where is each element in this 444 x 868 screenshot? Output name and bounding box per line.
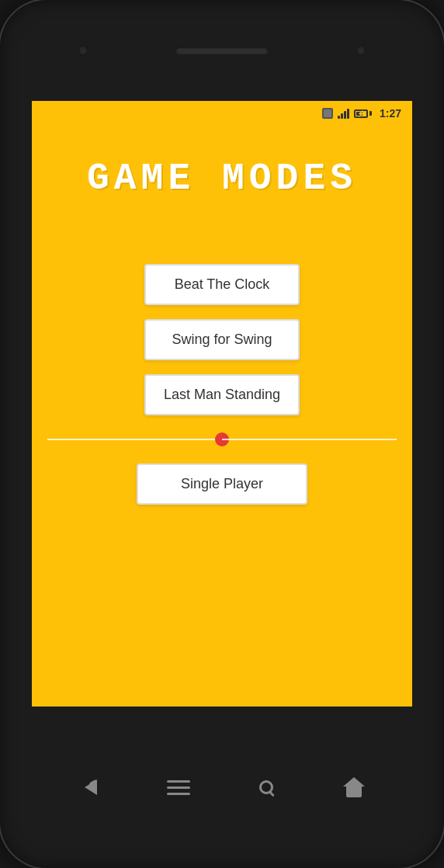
divider [47, 439, 397, 440]
front-camera-right [356, 45, 366, 56]
game-buttons-container: Beat The Clock Swing for Swing Last Man … [47, 264, 397, 415]
divider-line-left [47, 439, 222, 440]
battery-tip [369, 111, 372, 116]
single-player-button[interactable]: Single Player [137, 464, 307, 505]
menu-line-2 [167, 786, 190, 789]
search-handle [269, 791, 275, 797]
house-body [346, 786, 362, 797]
house-roof [343, 777, 365, 786]
menu-line-1 [167, 780, 190, 783]
game-modes-title: GAME MODES [87, 157, 357, 202]
status-bar: ⚡ 1:27 [32, 101, 412, 126]
signal-bar-2 [341, 113, 343, 119]
front-camera-left [78, 45, 88, 56]
search-nav-button[interactable] [251, 772, 282, 803]
search-icon [259, 780, 273, 794]
signal-icon [338, 108, 349, 119]
back-icon [85, 779, 97, 795]
battery-bolt: ⚡ [357, 110, 365, 117]
app-content: GAME MODES Beat The Clock Swing for Swin… [32, 126, 412, 707]
divider-line-right [222, 439, 397, 440]
time-display: 1:27 [380, 107, 401, 120]
bottom-bezel [0, 707, 444, 868]
battery-body: ⚡ [354, 109, 368, 118]
home-nav-button[interactable] [338, 772, 369, 803]
last-man-standing-button[interactable]: Last Man Standing [144, 374, 300, 415]
signal-bar-4 [347, 109, 349, 119]
swing-for-swing-button[interactable]: Swing for Swing [144, 319, 300, 360]
top-bezel [0, 0, 444, 101]
screen: ⚡ 1:27 GAME MODES Beat The Clock Swing f… [32, 101, 412, 707]
signal-bar-3 [344, 111, 346, 119]
menu-icon [167, 780, 190, 795]
sim-icon [322, 108, 333, 119]
speaker-grille [175, 47, 269, 54]
home-icon [343, 777, 365, 797]
menu-line-3 [167, 793, 190, 795]
back-nav-button[interactable] [75, 772, 106, 803]
menu-nav-button[interactable] [163, 772, 194, 803]
battery-icon: ⚡ [354, 109, 372, 118]
phone-frame: ⚡ 1:27 GAME MODES Beat The Clock Swing f… [0, 0, 444, 868]
signal-bar-1 [338, 116, 340, 119]
beat-the-clock-button[interactable]: Beat The Clock [144, 264, 300, 305]
